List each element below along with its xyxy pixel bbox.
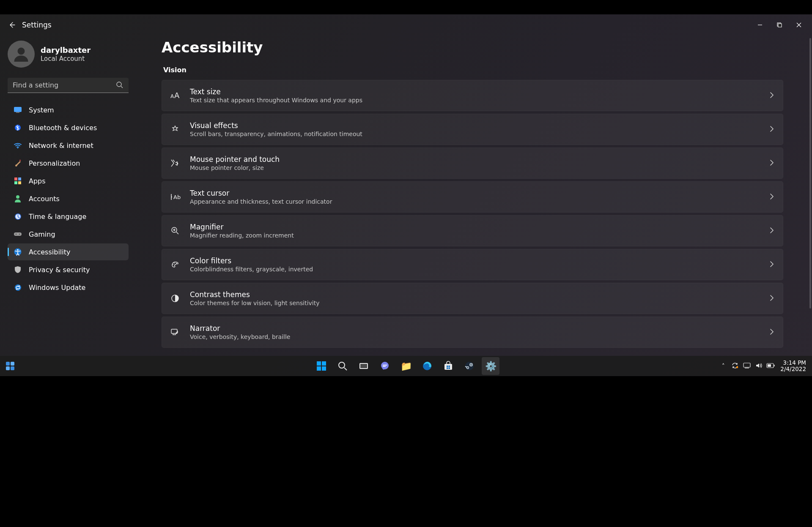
sidebar-item-privacy-security[interactable]: Privacy & security: [8, 261, 129, 278]
sidebar-item-accounts[interactable]: Accounts: [8, 190, 129, 207]
main-pane: Accessibility Vision AAText sizeText siz…: [136, 35, 812, 376]
sidebar-item-label: Apps: [29, 177, 46, 185]
svg-rect-5: [16, 112, 19, 113]
setting-card-text-cursor[interactable]: AbText cursorAppearance and thickness, t…: [162, 181, 783, 213]
taskbar-store-button[interactable]: [439, 357, 457, 375]
taskbar-edge-button[interactable]: [418, 357, 436, 375]
taskbar-clock[interactable]: 3:14 PM 2/4/2022: [778, 360, 809, 372]
taskbar-search-button[interactable]: [334, 357, 351, 375]
taskbar-time: 3:14 PM: [780, 360, 806, 366]
setting-card-text-size[interactable]: AAText sizeText size that appears throug…: [162, 80, 783, 111]
svg-point-17: [16, 234, 16, 235]
chevron-right-icon: [770, 193, 774, 201]
search-input[interactable]: [8, 78, 129, 93]
taskbar-taskview-button[interactable]: [355, 357, 373, 375]
svg-point-39: [339, 362, 345, 368]
svg-rect-44: [383, 366, 386, 367]
nav-icon: [14, 265, 22, 274]
card-icon: [170, 261, 181, 268]
card-icon: [170, 125, 181, 134]
nav-icon: [14, 194, 22, 203]
svg-rect-35: [317, 361, 321, 366]
sidebar-item-apps[interactable]: Apps: [8, 172, 129, 189]
svg-rect-31: [6, 362, 10, 366]
nav-icon: [14, 106, 22, 114]
tray-overflow-icon[interactable]: ˄: [719, 363, 728, 369]
setting-card-color-filters[interactable]: Color filtersColorblindness filters, gra…: [162, 249, 783, 280]
svg-rect-4: [14, 107, 22, 112]
sidebar-item-label: System: [29, 106, 54, 114]
setting-card-contrast-themes[interactable]: Contrast themesColor themes for low visi…: [162, 283, 783, 314]
window-close-button[interactable]: [789, 18, 809, 32]
account-name: darylbaxter: [41, 46, 91, 55]
widgets-icon: [5, 361, 15, 371]
svg-rect-8: [19, 159, 21, 161]
sidebar-item-label: Windows Update: [29, 284, 85, 292]
taskbar-settings-button[interactable]: ⚙️: [482, 357, 499, 375]
svg-point-51: [465, 362, 474, 370]
card-title: Narrator: [190, 324, 761, 333]
svg-rect-34: [11, 366, 14, 370]
system-tray[interactable]: ˄ 3:14 PM 2/4/2022: [719, 360, 809, 372]
svg-rect-33: [6, 366, 10, 370]
svg-point-7: [17, 147, 19, 149]
svg-point-2: [18, 48, 25, 55]
sidebar-item-accessibility[interactable]: Accessibility: [8, 243, 129, 260]
tray-battery-icon[interactable]: [766, 363, 775, 369]
back-button[interactable]: [3, 16, 20, 33]
card-description: Appearance and thickness, text cursor in…: [190, 198, 761, 205]
taskbar-widgets-button[interactable]: [1, 357, 19, 375]
setting-card-mouse-pointer-and-touch[interactable]: Mouse pointer and touchMouse pointer col…: [162, 147, 783, 179]
account-profile[interactable]: darylbaxter Local Account: [8, 41, 136, 68]
sidebar-item-gaming[interactable]: Gaming: [8, 226, 129, 243]
gear-icon: ⚙️: [485, 361, 497, 371]
setting-card-magnifier[interactable]: MagnifierMagnifier reading, zoom increme…: [162, 215, 783, 246]
window-maximize-button[interactable]: [770, 18, 789, 32]
sidebar-item-windows-update[interactable]: Windows Update: [8, 279, 129, 296]
chat-icon: [380, 361, 390, 371]
svg-rect-37: [317, 366, 321, 371]
svg-rect-38: [322, 366, 326, 371]
svg-rect-48: [449, 366, 450, 367]
sidebar-item-network-internet[interactable]: Network & internet: [8, 137, 129, 154]
chevron-right-icon: [770, 227, 774, 235]
setting-card-visual-effects[interactable]: Visual effectsScroll bars, transparency,…: [162, 114, 783, 145]
setting-card-narrator[interactable]: NarratorVoice, verbosity, keyboard, brai…: [162, 317, 783, 348]
card-description: Voice, verbosity, keyboard, braille: [190, 333, 761, 341]
svg-text:A: A: [174, 91, 180, 100]
page-title: Accessibility: [162, 39, 783, 56]
taskbar-explorer-button[interactable]: 📁: [397, 357, 415, 375]
tray-input-icon[interactable]: [742, 363, 752, 370]
taskbar-steam-button[interactable]: [461, 357, 478, 375]
chevron-right-icon: [770, 92, 774, 100]
section-label: Vision: [163, 66, 783, 74]
svg-point-55: [736, 366, 738, 368]
svg-rect-9: [14, 177, 17, 180]
svg-point-18: [19, 234, 20, 235]
svg-text:A: A: [170, 93, 174, 99]
windows-logo-icon: [317, 361, 326, 371]
window-minimize-button[interactable]: [750, 18, 770, 32]
sidebar-item-system[interactable]: System: [8, 101, 129, 118]
svg-rect-41: [360, 364, 367, 368]
taskbar-chat-button[interactable]: [376, 357, 394, 375]
card-description: Magnifier reading, zoom increment: [190, 232, 761, 239]
scrollbar-thumb[interactable]: [809, 38, 811, 309]
card-icon: [170, 227, 181, 235]
card-title: Text size: [190, 87, 761, 96]
sidebar-item-bluetooth-devices[interactable]: Bluetooth & devices: [8, 119, 129, 136]
svg-point-42: [381, 362, 389, 369]
nav-icon: [14, 159, 22, 167]
taskbar-start-button[interactable]: [313, 357, 330, 375]
sidebar-item-personalization[interactable]: Personalization: [8, 155, 129, 172]
sidebar-item-time-language[interactable]: Time & language: [8, 208, 129, 225]
nav-icon: [14, 141, 22, 150]
card-icon: AA: [170, 91, 181, 100]
svg-point-3: [117, 82, 121, 87]
tray-volume-icon[interactable]: [754, 362, 763, 370]
search-box[interactable]: [8, 78, 129, 93]
search-icon: [116, 81, 123, 90]
svg-rect-10: [18, 177, 21, 180]
tray-sync-icon[interactable]: [730, 362, 740, 370]
edge-icon: [422, 361, 432, 371]
